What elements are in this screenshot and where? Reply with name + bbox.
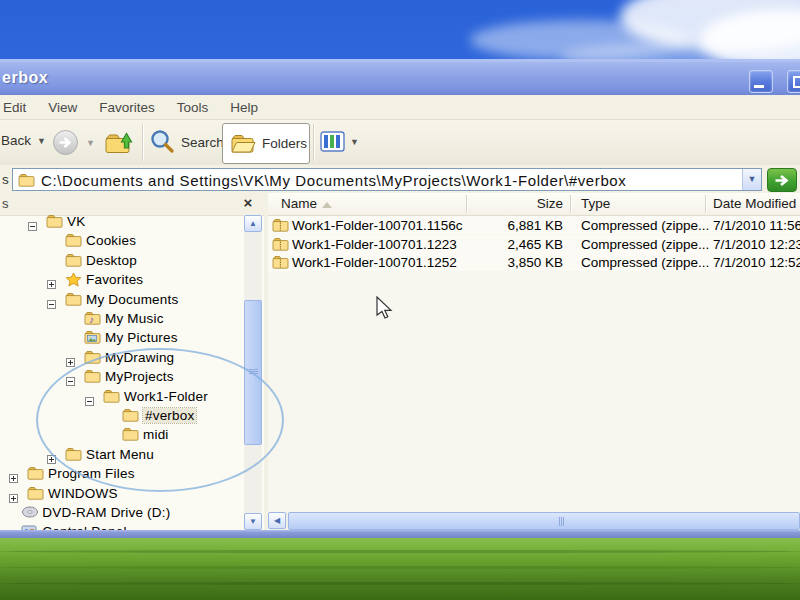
music-icon: ♪ bbox=[84, 311, 101, 329]
list-horizontal-scrollbar[interactable]: ◀ bbox=[268, 512, 800, 530]
address-bar: s C:\Documents and Settings\VK\My Docume… bbox=[0, 165, 800, 194]
close-pane-button[interactable]: × bbox=[238, 193, 258, 213]
tree-item-my-documents[interactable]: My Documents bbox=[0, 291, 244, 309]
tree-item-mydrawing[interactable]: MyDrawing bbox=[0, 349, 244, 367]
tree-item-favorites[interactable]: Favorites bbox=[0, 271, 244, 289]
folders-pane-title-fragment: s bbox=[2, 196, 9, 211]
folder-icon bbox=[84, 369, 101, 387]
file-type: Compressed (zippe... bbox=[581, 237, 709, 252]
folders-button[interactable]: Folders bbox=[222, 123, 310, 164]
svg-text:♪: ♪ bbox=[89, 314, 94, 325]
tree-item-label: Desktop bbox=[86, 253, 137, 268]
up-button[interactable] bbox=[102, 127, 134, 161]
menu-item-view[interactable]: View bbox=[48, 100, 77, 115]
forward-button[interactable] bbox=[52, 129, 79, 160]
file-type: Compressed (zippe... bbox=[581, 218, 709, 233]
file-size: 3,850 KB bbox=[438, 255, 563, 270]
tree-item-verbox[interactable]: #verbox bbox=[0, 407, 244, 425]
search-button[interactable]: Search bbox=[148, 128, 224, 156]
tree-item-desktop[interactable]: Desktop bbox=[0, 252, 244, 270]
disc-icon bbox=[21, 505, 39, 523]
tree-item-my-music[interactable]: ♪My Music bbox=[0, 310, 244, 328]
tree-item-label: MyProjects bbox=[105, 369, 174, 384]
window-title: erbox bbox=[2, 69, 48, 87]
folder-icon bbox=[122, 427, 139, 445]
scrollbar-thumb[interactable] bbox=[288, 512, 800, 530]
back-button[interactable]: Back ▼ bbox=[1, 133, 46, 148]
menu-item-edit[interactable]: Edit bbox=[3, 100, 26, 115]
tree-item-label: DVD-RAM Drive (D:) bbox=[42, 505, 170, 520]
folder-icon bbox=[18, 173, 35, 187]
tree-item-label: #verbox bbox=[143, 408, 196, 423]
file-name: Work1-Folder-100701.1223 bbox=[292, 237, 457, 252]
tree-item-work1-folder[interactable]: Work1-Folder bbox=[0, 388, 244, 406]
mouse-cursor bbox=[376, 296, 396, 324]
folders-button-label: Folders bbox=[262, 136, 307, 151]
zip-folder-icon bbox=[272, 237, 289, 255]
address-path: C:\Documents and Settings\VK\My Document… bbox=[41, 172, 626, 189]
title-bar[interactable]: erbox bbox=[0, 62, 800, 95]
content-panes: s × VKCookiesDesktopFavoritesMy Document… bbox=[0, 193, 800, 530]
scroll-left-button[interactable]: ◀ bbox=[268, 512, 286, 529]
scroll-up-button[interactable]: ▲ bbox=[244, 215, 262, 232]
chevron-down-icon[interactable]: ▼ bbox=[86, 138, 95, 148]
folder-icon bbox=[27, 466, 44, 484]
search-button-label: Search bbox=[181, 135, 224, 150]
go-button[interactable] bbox=[767, 168, 797, 192]
tree-item-control-panel[interactable]: Control Panel bbox=[0, 523, 244, 530]
tree-item-start-menu[interactable]: Start Menu bbox=[0, 446, 244, 464]
maximize-icon bbox=[793, 76, 800, 88]
tree-item-myprojects[interactable]: MyProjects bbox=[0, 368, 244, 386]
folder-icon bbox=[27, 486, 44, 504]
column-header-name[interactable]: Name bbox=[281, 196, 317, 211]
menu-item-favorites[interactable]: Favorites bbox=[99, 100, 155, 115]
explorer-window: erbox EditViewFavoritesToolsHelp Back ▼ … bbox=[0, 59, 800, 538]
tree-item-program-files[interactable]: Program Files bbox=[0, 465, 244, 483]
file-row-work1-folder-100701-1252[interactable]: Work1-Folder-100701.12523,850 KBCompress… bbox=[268, 253, 800, 271]
tree-item-midi[interactable]: midi bbox=[0, 426, 244, 444]
go-arrow-icon bbox=[774, 174, 791, 187]
views-icon bbox=[320, 131, 345, 152]
column-header-size[interactable]: Size bbox=[490, 196, 563, 211]
folders-pane-header: s × bbox=[0, 193, 264, 216]
toolbar-separator bbox=[142, 124, 143, 161]
address-label-fragment: s bbox=[2, 172, 9, 187]
menu-item-help[interactable]: Help bbox=[230, 100, 258, 115]
column-header-date[interactable]: Date Modified bbox=[713, 196, 796, 211]
address-dropdown-button[interactable]: ▼ bbox=[742, 169, 761, 190]
star-icon bbox=[65, 272, 82, 291]
chevron-down-icon: ▼ bbox=[37, 136, 46, 146]
menu-item-tools[interactable]: Tools bbox=[177, 100, 209, 115]
toolbar: Back ▼ ▼ Search bbox=[0, 120, 800, 166]
tree-item-vk[interactable]: VK bbox=[0, 215, 244, 231]
minimize-button[interactable] bbox=[749, 70, 773, 93]
folder-icon bbox=[65, 233, 82, 251]
folders-tree-pane: s × VKCookiesDesktopFavoritesMy Document… bbox=[0, 193, 264, 530]
tree-item-label: Cookies bbox=[86, 233, 136, 248]
folder-icon bbox=[122, 408, 139, 426]
tree-item-dvd-ram-drive-d[interactable]: DVD-RAM Drive (D:) bbox=[0, 504, 244, 522]
search-icon bbox=[148, 128, 176, 156]
desktop-wallpaper-grass bbox=[0, 536, 800, 600]
tree-item-windows[interactable]: WINDOWS bbox=[0, 485, 244, 503]
scrollbar-thumb[interactable] bbox=[244, 300, 262, 445]
tree-item-label: My Pictures bbox=[105, 330, 178, 345]
menu-bar: EditViewFavoritesToolsHelp bbox=[0, 95, 800, 120]
file-date-modified: 7/1/2010 12:23 bbox=[713, 237, 800, 252]
tree-item-cookies[interactable]: Cookies bbox=[0, 232, 244, 250]
file-date-modified: 7/1/2010 11:56 bbox=[713, 218, 800, 233]
scroll-down-button[interactable]: ▼ bbox=[244, 513, 262, 530]
column-header-type[interactable]: Type bbox=[581, 196, 610, 211]
file-size: 2,465 KB bbox=[438, 237, 563, 252]
zip-folder-icon bbox=[272, 255, 289, 273]
maximize-button[interactable] bbox=[787, 70, 800, 93]
zip-folder-icon bbox=[272, 218, 289, 236]
tree-item-my-pictures[interactable]: My Pictures bbox=[0, 329, 244, 347]
file-row-work1-folder-100701-1223[interactable]: Work1-Folder-100701.12232,465 KBCompress… bbox=[268, 235, 800, 253]
address-input[interactable]: C:\Documents and Settings\VK\My Document… bbox=[12, 168, 762, 191]
views-button[interactable]: ▼ bbox=[320, 131, 359, 152]
tree-vertical-scrollbar[interactable]: ▲ ▼ bbox=[244, 215, 262, 530]
file-row-work1-folder-100701-1156c[interactable]: Work1-Folder-100701.1156c6,881 KBCompres… bbox=[268, 216, 800, 234]
minimize-icon bbox=[754, 85, 764, 88]
file-name: Work1-Folder-100701.1252 bbox=[292, 255, 457, 270]
